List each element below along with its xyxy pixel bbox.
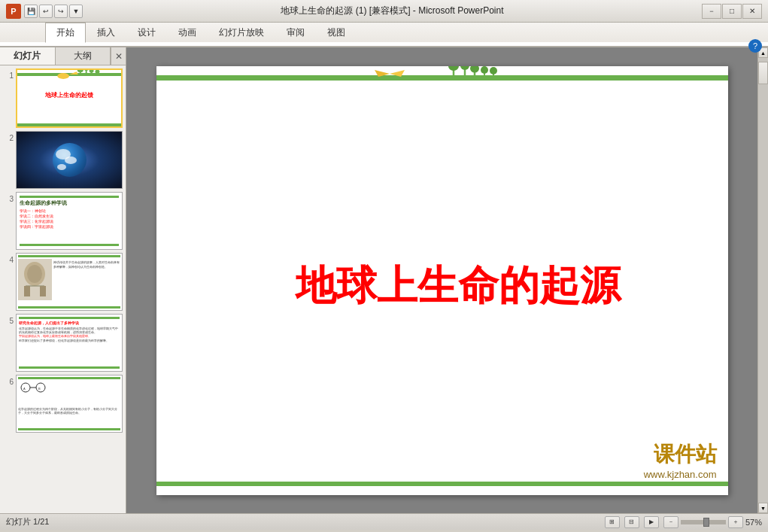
svg-rect-21 bbox=[156, 77, 728, 81]
help-icon[interactable]: ? bbox=[748, 39, 762, 53]
slide-number-4: 4 bbox=[3, 253, 14, 264]
svg-rect-15 bbox=[40, 286, 46, 296]
slide-number-6: 6 bbox=[3, 375, 14, 386]
slide6-text: 化学起源的过程分为四个阶段，从无机物到有机小分子，有机小分子到大分子，大分子到多… bbox=[18, 407, 120, 415]
slide3-item3: 学说三：化学起源说 bbox=[20, 219, 119, 223]
save-button[interactable]: 💾 bbox=[24, 5, 38, 18]
slideshow-button[interactable]: ▶ bbox=[644, 516, 659, 528]
sidebar-close-button[interactable]: ✕ bbox=[111, 47, 126, 65]
cloud-3 bbox=[57, 164, 66, 170]
slide-thumbnail-2 bbox=[16, 131, 123, 189]
tab-outline[interactable]: 大纲 bbox=[56, 47, 111, 65]
slide-number-3: 3 bbox=[3, 192, 14, 203]
slide-thumb-3[interactable]: 3 生命起源的多种学说 学说一：神创论 学说二：自然发生说 学说三：化学起源说 … bbox=[3, 192, 123, 250]
main-slide: 地球上生命的起源 课件站 www.kjzhan.com bbox=[156, 66, 728, 495]
watermark: 课件站 www.kjzhan.com bbox=[644, 440, 717, 480]
scroll-track bbox=[758, 58, 768, 503]
main-slide-title: 地球上生命的起源 bbox=[296, 258, 621, 313]
title-bar: P 💾 ↩ ↪ ▼ 地球上生命的起源 (1) [兼容模式] - Microsof… bbox=[0, 0, 768, 23]
svg-point-3 bbox=[77, 70, 83, 72]
zoom-in-button[interactable]: ＋ bbox=[728, 516, 743, 528]
earth-image bbox=[17, 132, 122, 188]
tab-slideshow[interactable]: 幻灯片放映 bbox=[208, 23, 275, 42]
slide-thumbnail-3: 生命起源的多种学说 学说一：神创论 学说二：自然发生说 学说三：化学起源说 学说… bbox=[16, 192, 123, 250]
maximize-button[interactable]: □ bbox=[722, 4, 742, 19]
slide-info: 幻灯片 1/21 bbox=[6, 516, 49, 527]
slide-viewport: 地球上生命的起源 课件站 www.kjzhan.com bbox=[126, 47, 757, 513]
svg-rect-14 bbox=[24, 286, 30, 296]
svg-point-25 bbox=[448, 66, 459, 71]
vertical-scrollbar: ▲ ▼ bbox=[757, 47, 768, 513]
tab-review[interactable]: 审阅 bbox=[275, 23, 316, 42]
thumb-4-content: 神话传说关于生命起源的故事，人类对生命由来有多种解释，如神创论认为生命由神创造。 bbox=[17, 254, 122, 310]
zoom-level: 57% bbox=[745, 518, 762, 527]
normal-view-button[interactable]: ⊞ bbox=[605, 516, 620, 528]
tab-slides[interactable]: 幻灯片 bbox=[0, 47, 56, 65]
slide-number-5: 5 bbox=[3, 314, 14, 325]
slide-thumb-4[interactable]: 4 bbox=[3, 253, 123, 311]
thumb-5-content: 研究生命起源，人们提出了多种学说 化学起源说认为，生命起源于非生命物质的化学进化… bbox=[17, 315, 122, 371]
sidebar-tabs: 幻灯片 大纲 ✕ bbox=[0, 47, 126, 65]
svg-point-31 bbox=[481, 66, 488, 74]
zoom-slider[interactable] bbox=[681, 520, 726, 524]
svg-point-5 bbox=[84, 70, 89, 71]
thumb-2-content bbox=[17, 132, 122, 188]
svg-text:A: A bbox=[23, 387, 26, 391]
slide-thumbnail-1: 地球上生命的起馈 bbox=[16, 68, 123, 128]
logo-text: P bbox=[11, 7, 16, 16]
sidebar: 幻灯片 大纲 ✕ 1 bbox=[0, 47, 126, 513]
ribbon-content bbox=[0, 42, 768, 47]
scroll-thumb[interactable] bbox=[758, 62, 768, 84]
window-controls: － □ ✕ bbox=[702, 4, 762, 19]
slide3-item1: 学说一：神创论 bbox=[20, 208, 119, 213]
status-bar-right: ⊞ ⊟ ▶ － ＋ 57% bbox=[605, 516, 762, 528]
diagram-svg: A B bbox=[18, 380, 48, 395]
watermark-line2: www.kjzhan.com bbox=[644, 469, 717, 480]
tab-insert[interactable]: 插入 bbox=[86, 23, 126, 42]
tab-design[interactable]: 设计 bbox=[126, 23, 167, 42]
dropdown-button[interactable]: ▼ bbox=[69, 5, 83, 18]
svg-text:B: B bbox=[38, 387, 41, 391]
redo-button[interactable]: ↪ bbox=[54, 5, 68, 18]
quick-access-toolbar: 💾 ↩ ↪ ▼ bbox=[24, 5, 83, 18]
scroll-down-button[interactable]: ▼ bbox=[758, 503, 768, 513]
slide-thumb-5[interactable]: 5 研究生命起源，人们提出了多种学说 化学起源说认为，生命起源于非生命物质的化学… bbox=[3, 314, 123, 372]
plants-decoration bbox=[156, 66, 728, 111]
zoom-out-button[interactable]: － bbox=[663, 516, 678, 528]
slide-thumb-2[interactable]: 2 bbox=[3, 131, 123, 189]
zoom-control: － ＋ 57% bbox=[663, 516, 762, 528]
slides-list: 1 bbox=[0, 65, 126, 513]
thumb-1-title: 地球上生命的起馈 bbox=[17, 91, 121, 99]
tab-animation[interactable]: 动画 bbox=[167, 23, 208, 42]
main-area: 幻灯片 大纲 ✕ 1 bbox=[0, 47, 768, 513]
status-bar: 幻灯片 1/21 ⊞ ⊟ ▶ － ＋ 57% bbox=[0, 513, 768, 530]
tab-view[interactable]: 视图 bbox=[316, 23, 357, 42]
svg-point-12 bbox=[27, 265, 42, 283]
slide-thumb-6[interactable]: 6 A bbox=[3, 375, 123, 433]
svg-point-16 bbox=[21, 383, 30, 392]
svg-point-27 bbox=[460, 66, 469, 70]
slide-sorter-button[interactable]: ⊟ bbox=[624, 516, 639, 528]
undo-button[interactable]: ↩ bbox=[39, 5, 53, 18]
svg-point-17 bbox=[36, 383, 45, 392]
slide5-text3: 科学家们还提出了多种假说，但化学起源说是目前最为科学的解释。 bbox=[19, 339, 120, 342]
earth-shape bbox=[53, 143, 87, 177]
title-bar-left: P 💾 ↩ ↪ ▼ bbox=[6, 4, 83, 19]
svg-point-7 bbox=[90, 70, 94, 73]
slide-number-1: 1 bbox=[3, 68, 14, 80]
slide5-text1: 化学起源说认为，生命起源于非生命物质的化学进化过程，地球早期大气中的无机物经过复… bbox=[19, 327, 120, 334]
minimize-button[interactable]: － bbox=[702, 4, 721, 19]
app-logo: P bbox=[6, 4, 21, 19]
svg-marker-23 bbox=[375, 70, 390, 77]
slide-thumb-1[interactable]: 1 bbox=[3, 68, 123, 128]
slide-bottom-bar bbox=[156, 482, 728, 486]
close-button[interactable]: ✕ bbox=[742, 4, 762, 19]
slide-thumbnail-6: A B 化学起源的过程分为四个阶段，从无机物到有机小分子，有机小分子到大分子，大… bbox=[16, 375, 123, 433]
tab-home[interactable]: 开始 bbox=[45, 23, 86, 43]
ribbon-tabs: 开始 插入 设计 动画 幻灯片放映 审阅 视图 bbox=[0, 23, 768, 42]
slide-thumbnail-5: 研究生命起源，人们提出了多种学说 化学起源说认为，生命起源于非生命物质的化学进化… bbox=[16, 314, 123, 372]
watermark-line1: 课件站 bbox=[644, 440, 717, 469]
svg-point-33 bbox=[490, 67, 497, 74]
slide5-title: 研究生命起源，人们提出了多种学说 bbox=[19, 321, 120, 325]
svg-point-1 bbox=[57, 73, 69, 79]
